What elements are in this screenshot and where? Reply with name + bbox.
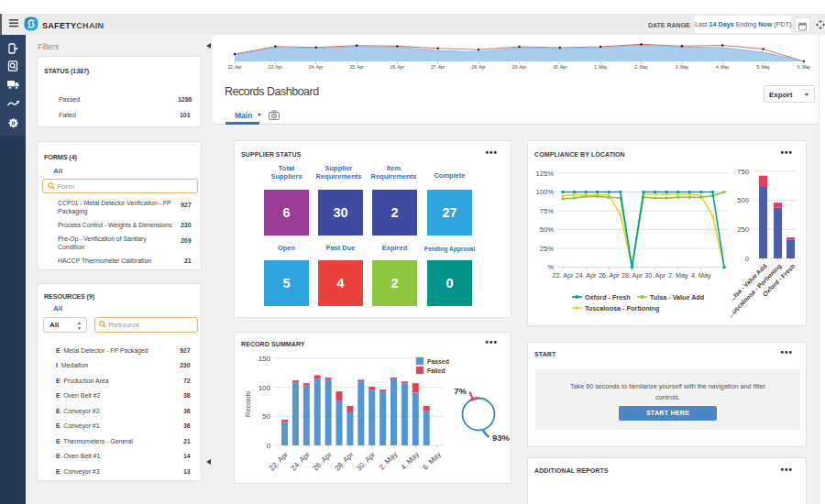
svg-text:24. Apr: 24. Apr — [290, 450, 313, 473]
svg-text:2. May: 2. May — [634, 65, 648, 70]
svg-text:30. Apr: 30. Apr — [644, 271, 666, 279]
svg-text:Passed: Passed — [427, 358, 449, 365]
svg-text:2. May: 2. May — [668, 271, 688, 279]
svg-text:0: 0 — [267, 442, 271, 450]
svg-text:6. May: 6. May — [421, 450, 442, 471]
svg-text:22. Apr: 22. Apr — [553, 271, 574, 279]
svg-text:29. Apr: 29. Apr — [512, 65, 527, 70]
svg-text:26. Apr: 26. Apr — [390, 65, 405, 70]
svg-text:50%: 50% — [540, 225, 554, 234]
svg-text:28. Apr: 28. Apr — [622, 271, 643, 279]
svg-text:26. Apr: 26. Apr — [599, 271, 620, 279]
svg-text:28. Apr: 28. Apr — [471, 65, 486, 70]
svg-text:%: % — [547, 263, 554, 271]
svg-text:6. May: 6. May — [798, 65, 811, 70]
svg-text:30. Apr: 30. Apr — [553, 65, 567, 70]
svg-text:25. Apr: 25. Apr — [349, 65, 364, 70]
svg-text:Records: Records — [244, 391, 252, 417]
svg-text:23. Apr: 23. Apr — [269, 65, 283, 70]
svg-text:3. May: 3. May — [676, 65, 689, 70]
svg-text:500: 500 — [737, 196, 749, 204]
svg-text:1. May: 1. May — [594, 65, 608, 70]
svg-text:Tulsa - Value Add: Tulsa - Value Add — [650, 293, 704, 301]
svg-text:50: 50 — [262, 412, 270, 421]
svg-text:2. May: 2. May — [378, 450, 399, 471]
svg-text:150: 150 — [258, 355, 271, 363]
svg-text:22. Apr: 22. Apr — [268, 450, 291, 473]
svg-text:25%: 25% — [540, 245, 554, 253]
svg-text:125%: 125% — [536, 170, 555, 178]
svg-text:Failed: Failed — [427, 367, 446, 374]
svg-text:7%: 7% — [454, 386, 467, 396]
svg-text:750: 750 — [737, 168, 749, 176]
svg-text:0: 0 — [745, 255, 749, 263]
svg-text:93%: 93% — [492, 433, 511, 443]
svg-text:27. Apr: 27. Apr — [431, 65, 446, 70]
svg-text:4. May: 4. May — [691, 271, 711, 279]
svg-text:4. May: 4. May — [716, 65, 730, 70]
svg-text:28. Apr: 28. Apr — [333, 450, 356, 473]
svg-text:Oxford - Fresh: Oxford - Fresh — [585, 293, 631, 301]
svg-text:100: 100 — [258, 384, 271, 392]
svg-text:75%: 75% — [540, 207, 554, 215]
svg-text:100%: 100% — [536, 188, 555, 196]
svg-text:30. Apr: 30. Apr — [355, 450, 378, 473]
svg-text:5. May: 5. May — [756, 65, 770, 70]
svg-text:4. May: 4. May — [400, 450, 421, 471]
svg-text:24. Apr: 24. Apr — [309, 65, 324, 70]
svg-text:26. Apr: 26. Apr — [311, 450, 334, 473]
svg-text:Tuscaloosa - Portioning: Tuscaloosa - Portioning — [585, 304, 659, 312]
svg-text:24. Apr: 24. Apr — [576, 271, 597, 279]
svg-text:22. Apr: 22. Apr — [227, 65, 242, 70]
svg-text:250: 250 — [737, 225, 749, 234]
